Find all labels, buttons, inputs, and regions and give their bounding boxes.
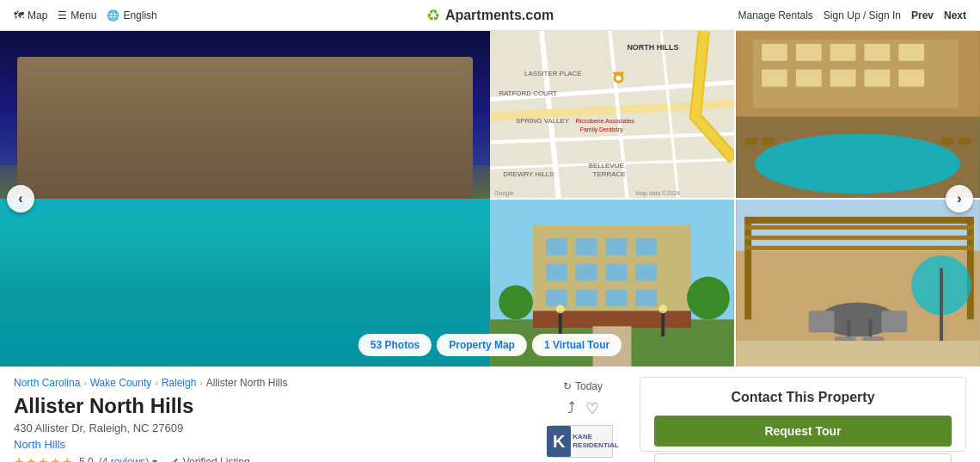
breadcrumb: North Carolina › Wake County › Raleigh ›… [14,377,526,389]
gallery-prev-arrow[interactable]: ‹ [7,185,34,213]
property-map-button[interactable]: Property Map [437,334,527,356]
gallery-thumbnails: NORTH HILLS LASSITER PLACE RATFORD COURT… [490,31,980,367]
virtual-tour-button[interactable]: 1 Virtual Tour [532,334,622,356]
svg-rect-31 [941,138,954,145]
header: 🗺 Map ☰ Menu 🌐 English ♻ Apartments.com … [0,0,980,31]
header-right: Manage Rentals Sign Up / Sign In Prev Ne… [738,9,966,22]
sign-up-link[interactable]: Sign Up / Sign In [824,9,901,22]
svg-rect-21 [864,44,890,61]
neighborhood-link[interactable]: North Hills [14,438,65,451]
manage-rentals-link[interactable]: Manage Rentals [738,9,812,22]
svg-text:LASSITER PLACE: LASSITER PLACE [524,70,582,77]
svg-point-55 [499,285,533,319]
svg-rect-64 [744,246,974,250]
svg-rect-24 [796,70,822,87]
request-tour-button[interactable]: Request Tour [654,416,952,447]
svg-rect-59 [744,217,751,319]
property-title: Allister North Hills [14,394,526,418]
language-button[interactable]: 🌐 English [107,9,156,22]
today-badge: ↻ Today [563,380,603,392]
svg-rect-68 [809,311,835,332]
map-thumbnail[interactable]: NORTH HILLS LASSITER PLACE RATFORD COURT… [490,31,734,198]
svg-point-51 [556,305,565,313]
svg-rect-48 [635,289,657,306]
svg-rect-73 [940,268,943,346]
svg-rect-69 [881,311,907,332]
svg-rect-37 [546,238,567,256]
svg-text:DREWRY HILLS: DREWRY HILLS [503,170,554,178]
menu-label: Menu [70,9,96,22]
refresh-icon: ↻ [563,380,572,392]
content-area: North Carolina › Wake County › Raleigh ›… [0,367,980,462]
contact-panel: Contact This Property Request Tour Send … [640,377,966,452]
breadcrumb-sep-1: › [83,379,86,388]
svg-rect-49 [533,311,691,328]
photo-bar: 53 Photos Property Map 1 Virtual Tour [358,334,622,356]
gallery-next-arrow[interactable]: › [946,185,973,213]
svg-rect-60 [967,217,974,319]
svg-rect-45 [546,289,567,306]
svg-rect-22 [898,44,924,61]
reviews-link[interactable]: (4 reviews) ▾ [99,456,157,462]
breadcrumb-sep-2: › [155,379,157,388]
svg-rect-25 [830,70,856,87]
svg-rect-43 [606,264,628,281]
globe-icon: 🌐 [107,9,119,22]
svg-rect-63 [744,236,974,240]
svg-rect-42 [576,264,597,281]
verified-badge: ✔ Verified Listing [169,455,250,462]
hamburger-icon: ☰ [58,9,67,22]
heart-icon[interactable]: ♡ [585,399,599,418]
svg-rect-52 [661,311,665,336]
svg-rect-74 [736,341,980,367]
logo-text: Apartments.com [445,8,554,23]
verified-text: Verified Listing [183,456,250,462]
patio-svg [736,200,980,367]
breadcrumb-wake[interactable]: Wake County [90,377,152,389]
contact-title: Contact This Property [654,390,952,405]
svg-text:Riccobene Associates: Riccobene Associates [576,118,635,124]
send-message-button[interactable]: Send Message [654,453,952,462]
property-info: North Carolina › Wake County › Raleigh ›… [14,377,526,452]
property-address: 430 Allister Dr, Raleigh, NC 27609 [14,422,526,434]
logo-area: ♻ Apartments.com [426,6,554,25]
property-photo-main [0,31,490,367]
chevron-down-icon: ▾ [152,456,157,462]
share-icon[interactable]: ⤴ [567,399,575,418]
svg-point-53 [658,305,667,313]
prev-button[interactable]: Prev [911,9,934,22]
svg-text:TERRACE: TERRACE [593,170,626,178]
breadcrumb-nc[interactable]: North Carolina [14,377,80,389]
photos-button[interactable]: 53 Photos [358,334,432,356]
main-image [0,31,490,367]
next-button[interactable]: Next [944,9,966,22]
svg-rect-41 [546,264,567,281]
svg-rect-39 [606,238,628,256]
breadcrumb-raleigh[interactable]: Raleigh [162,377,197,389]
svg-rect-19 [796,44,822,61]
pool-svg [736,31,980,198]
kane-logo: K KANE RESIDENTIAL [553,425,613,458]
svg-text:RATFORD COURT: RATFORD COURT [499,89,557,97]
svg-rect-40 [635,238,657,256]
property-actions: ↻ Today ⤴ ♡ K KANE RESIDENTIAL [540,377,626,452]
breadcrumb-sep-3: › [199,379,202,388]
menu-button[interactable]: ☰ Menu [58,9,96,22]
map-button[interactable]: 🗺 Map [14,9,47,22]
rating-score: 5.0 [79,456,94,462]
logo-icon: ♻ [426,6,440,25]
pool-thumbnail[interactable] [736,31,980,198]
svg-rect-50 [559,311,562,336]
svg-text:Family Dentistry: Family Dentistry [580,126,623,133]
svg-rect-26 [864,70,890,87]
verified-icon: ✔ [169,455,180,462]
svg-text:BELLEVUE: BELLEVUE [589,162,624,169]
patio-thumbnail[interactable] [736,200,980,367]
today-label: Today [575,380,603,392]
svg-rect-27 [898,70,924,87]
svg-rect-32 [959,138,971,145]
map-icon: 🗺 [14,9,24,22]
map-svg: NORTH HILLS LASSITER PLACE RATFORD COURT… [490,31,734,198]
svg-rect-46 [576,289,597,306]
svg-point-56 [687,277,730,320]
